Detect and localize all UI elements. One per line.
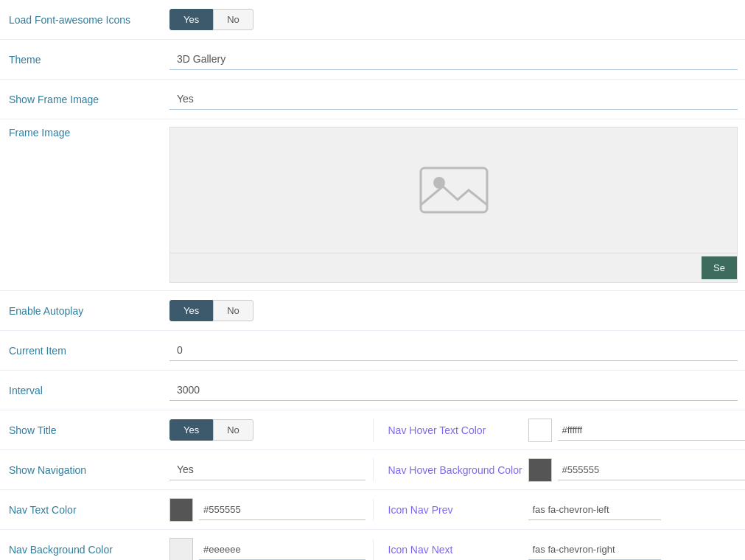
nav-text-color-control: [169, 498, 373, 522]
nav-bg-color-row: Nav Background Color Icon Nav Next: [0, 530, 745, 560]
show-navigation-input[interactable]: [169, 459, 365, 480]
theme-input[interactable]: [169, 49, 738, 70]
nav-text-color-input[interactable]: [199, 500, 365, 520]
show-title-row: Show Title Yes No Nav Hover Text Color: [0, 410, 745, 450]
show-navigation-row: Show Navigation Nav Hover Background Col…: [0, 450, 745, 490]
show-frame-image-label: Show Frame Image: [0, 94, 169, 105]
upload-bar: Se: [170, 253, 737, 282]
icon-nav-next-input[interactable]: [528, 539, 661, 560]
show-title-right: Nav Hover Text Color: [373, 419, 746, 442]
show-title-label: Show Title: [0, 424, 169, 436]
nav-bg-color-swatch[interactable]: [169, 538, 193, 561]
interval-label: Interval: [0, 385, 169, 396]
show-frame-image-control: [169, 88, 745, 110]
enable-autoplay-toggle: Yes No: [169, 300, 738, 321]
icon-nav-prev-input[interactable]: [528, 500, 661, 520]
enable-autoplay-no[interactable]: No: [213, 300, 253, 321]
current-item-label: Current Item: [0, 345, 169, 357]
show-navigation-control: [169, 459, 373, 480]
nav-hover-text-color-group: [528, 419, 746, 442]
load-font-awesome-no[interactable]: No: [213, 9, 253, 30]
nav-bg-color-right: Icon Nav Next: [373, 539, 746, 560]
nav-hover-text-color-input[interactable]: [558, 420, 746, 441]
nav-text-color-group: [169, 498, 365, 522]
current-item-control: [169, 340, 745, 361]
nav-text-color-row: Nav Text Color Icon Nav Prev: [0, 490, 745, 530]
icon-nav-next-control: [528, 539, 746, 560]
upload-path-input[interactable]: [170, 258, 702, 278]
frame-image-row: Frame Image Se: [0, 119, 745, 291]
current-item-input[interactable]: [169, 340, 738, 361]
nav-text-color-label: Nav Text Color: [0, 504, 169, 516]
nav-bg-color-group: [169, 538, 365, 561]
nav-bg-color-left: Nav Background Color: [0, 538, 373, 561]
nav-bg-color-label: Nav Background Color: [0, 544, 169, 556]
load-font-awesome-label: Load Font-awesome Icons: [0, 14, 169, 26]
icon-nav-next-label: Icon Nav Next: [381, 544, 528, 556]
nav-text-color-right: Icon Nav Prev: [373, 500, 746, 520]
nav-hover-text-color-swatch[interactable]: [528, 419, 552, 442]
icon-nav-prev-control: [528, 500, 746, 520]
show-navigation-left: Show Navigation: [0, 459, 373, 480]
load-font-awesome-row: Load Font-awesome Icons Yes No: [0, 0, 745, 40]
enable-autoplay-label: Enable Autoplay: [0, 305, 169, 317]
show-title-no[interactable]: No: [213, 419, 253, 441]
upload-button[interactable]: Se: [702, 256, 737, 279]
interval-row: Interval: [0, 371, 745, 410]
load-font-awesome-yes[interactable]: Yes: [169, 9, 213, 30]
image-placeholder: [170, 127, 737, 253]
frame-image-label: Frame Image: [0, 127, 169, 139]
interval-control: [169, 379, 745, 401]
svg-rect-0: [421, 168, 487, 212]
interval-input[interactable]: [169, 379, 738, 401]
show-title-left: Show Title Yes No: [0, 419, 373, 441]
load-font-awesome-toggle: Yes No: [169, 9, 738, 30]
frame-image-control: Se: [169, 127, 745, 283]
nav-bg-color-control: [169, 538, 373, 561]
nav-text-color-left: Nav Text Color: [0, 498, 373, 522]
load-font-awesome-control: Yes No: [169, 9, 745, 30]
show-navigation-label: Show Navigation: [0, 464, 169, 476]
nav-hover-text-color-label: Nav Hover Text Color: [381, 424, 528, 436]
nav-hover-bg-color-input[interactable]: [558, 460, 746, 480]
show-title-control: Yes No: [169, 419, 373, 441]
show-navigation-right: Nav Hover Background Color: [373, 458, 746, 482]
show-title-yes[interactable]: Yes: [169, 419, 213, 441]
theme-row: Theme: [0, 40, 745, 80]
nav-hover-bg-color-label: Nav Hover Background Color: [381, 464, 528, 476]
icon-nav-prev-label: Icon Nav Prev: [381, 504, 528, 516]
nav-hover-bg-color-group: [528, 458, 746, 482]
nav-hover-bg-color-control: [528, 458, 746, 482]
image-upload-area: Se: [169, 127, 738, 283]
nav-text-color-swatch[interactable]: [169, 498, 193, 522]
show-title-toggle: Yes No: [169, 419, 365, 441]
theme-control: [169, 49, 745, 70]
current-item-row: Current Item: [0, 331, 745, 371]
enable-autoplay-control: Yes No: [169, 300, 745, 321]
settings-panel: Load Font-awesome Icons Yes No Theme Sho…: [0, 0, 745, 560]
nav-hover-text-color-control: [528, 419, 746, 442]
enable-autoplay-row: Enable Autoplay Yes No: [0, 291, 745, 331]
show-frame-image-input[interactable]: [169, 88, 738, 110]
nav-bg-color-input[interactable]: [199, 539, 365, 560]
enable-autoplay-yes[interactable]: Yes: [169, 300, 213, 321]
nav-hover-bg-color-swatch[interactable]: [528, 458, 552, 482]
theme-label: Theme: [0, 54, 169, 66]
image-placeholder-icon: [417, 164, 491, 216]
show-frame-image-row: Show Frame Image: [0, 80, 745, 119]
